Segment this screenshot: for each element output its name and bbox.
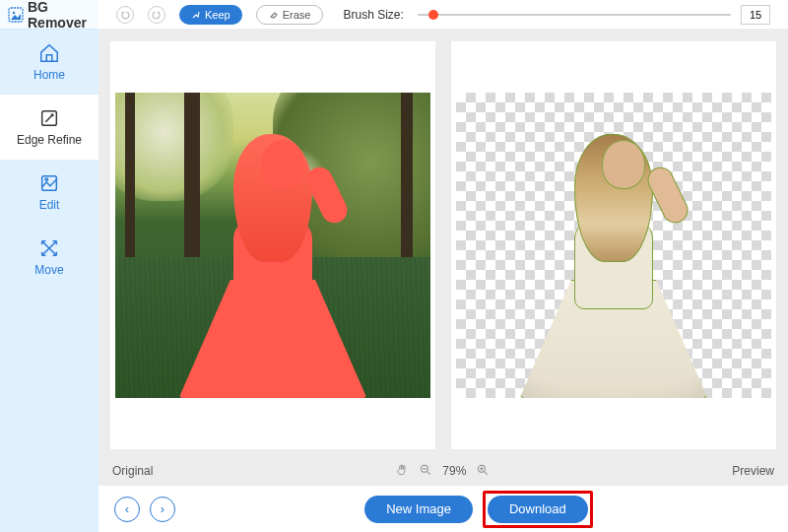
sidebar-item-label: Home [33,68,65,82]
zoom-out-icon[interactable] [419,463,432,480]
sidebar-item-label: Edit [39,198,60,212]
slider-thumb[interactable] [428,10,438,20]
zoom-value: 79% [442,464,466,478]
erase-label: Erase [283,9,311,21]
svg-line-7 [427,471,430,474]
sidebar-item-label: Edge Refine [17,133,82,147]
original-image[interactable] [115,93,430,398]
preview-image[interactable] [456,93,771,398]
sidebar-item-label: Move [34,263,63,277]
workspace [98,30,788,457]
new-image-button[interactable]: New Image [364,496,473,523]
keep-button[interactable]: Keep [179,5,242,25]
brush-size-control: 15 [418,5,770,25]
cutout-subject [515,122,712,398]
svg-rect-3 [42,176,57,191]
zoom-in-icon[interactable] [476,463,490,480]
eraser-icon [269,10,279,20]
preview-panel [451,41,776,449]
statusbar: Original 79% Preview [98,457,788,485]
brush-size-slider[interactable] [418,14,731,16]
sidebar-item-move[interactable]: Move [0,225,98,290]
brand-logo-icon [8,7,24,23]
sidebar-item-home[interactable]: Home [0,30,98,95]
brush-icon [191,10,201,20]
sidebar-item-edge-refine[interactable]: Edge Refine [0,95,98,160]
svg-line-11 [485,471,488,474]
brand-name: BG Remover [28,0,91,31]
home-icon [38,42,60,64]
keep-label: Keep [205,9,230,21]
download-highlight: Download [483,491,593,528]
original-panel [110,41,435,449]
next-button[interactable]: › [150,497,175,522]
sidebar-item-edit[interactable]: Edit [0,160,98,225]
undo-button[interactable] [116,6,134,24]
prev-button[interactable]: ‹ [114,497,140,522]
brand: BG Remover [0,0,98,30]
toolbar: Keep Erase Brush Size: 15 [98,0,788,30]
move-icon [38,237,60,259]
selection-mask [174,122,371,398]
svg-point-4 [45,178,48,181]
edge-refine-icon [38,107,60,129]
main: Keep Erase Brush Size: 15 [98,0,788,532]
bottombar: ‹ › New Image Download [98,485,788,532]
hand-tool-icon[interactable] [395,463,409,480]
preview-label: Preview [732,464,774,478]
download-button[interactable]: Download [488,496,588,523]
sidebar: BG Remover Home Edge Refine Edit Move [0,0,98,532]
erase-button[interactable]: Erase [256,5,324,25]
original-label: Original [112,464,153,478]
redo-button[interactable] [148,6,165,24]
edit-icon [38,172,60,194]
brush-size-label: Brush Size: [343,8,403,22]
svg-point-1 [13,11,15,13]
brush-size-value[interactable]: 15 [741,5,770,25]
